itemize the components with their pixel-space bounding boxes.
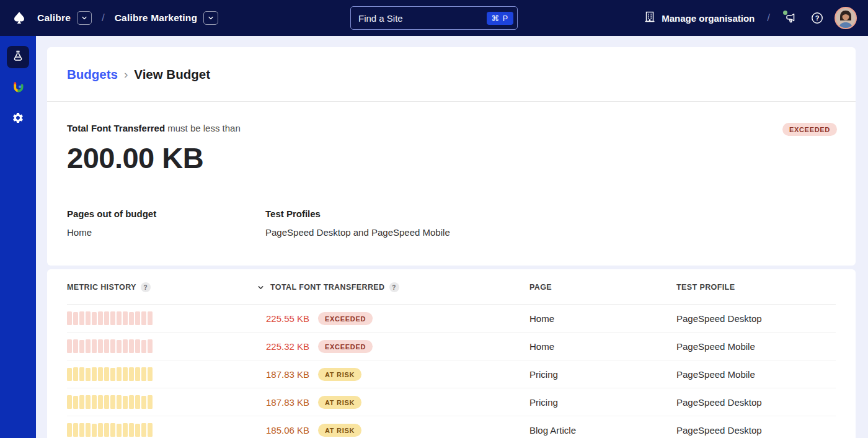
sparkline-bar bbox=[117, 367, 122, 381]
manage-organisation-button[interactable]: Manage organisation bbox=[644, 11, 755, 25]
sparkline-bar bbox=[129, 367, 134, 381]
sparkline-bar bbox=[129, 312, 134, 325]
page-cell: Home bbox=[529, 313, 676, 324]
budget-condition: Total Font Transferred must be less than bbox=[67, 123, 836, 133]
sidebar-item-tests[interactable] bbox=[7, 46, 29, 68]
sparkline-bar bbox=[135, 395, 140, 409]
sparkline-bar bbox=[141, 423, 146, 437]
metric-history-cell bbox=[67, 311, 257, 325]
row-metric-value: 187.83 KB bbox=[266, 369, 311, 380]
user-avatar[interactable] bbox=[835, 7, 857, 29]
row-status-badge: AT RISK bbox=[318, 424, 361, 437]
row-status-badge: AT RISK bbox=[318, 396, 361, 409]
sparkline-bar bbox=[79, 423, 84, 437]
manage-organisation-label: Manage organisation bbox=[662, 13, 755, 24]
sparkline-bar bbox=[79, 395, 84, 409]
page-cell: Pricing bbox=[529, 369, 676, 380]
sparkline-bar bbox=[86, 368, 91, 381]
page-cell: Blog Article bbox=[529, 425, 676, 436]
pages-out-value: Home bbox=[67, 227, 265, 238]
notification-dot bbox=[783, 11, 787, 15]
sparkline-bar bbox=[98, 311, 103, 325]
metric-history-cell bbox=[67, 367, 257, 381]
table-row[interactable]: 185.06 KB AT RISK Blog Article PageSpeed… bbox=[67, 416, 836, 438]
budget-condition-text: must be less than bbox=[165, 123, 241, 133]
metric-history-sparkline bbox=[67, 311, 154, 325]
metric-value-cell: 185.06 KB AT RISK bbox=[257, 424, 529, 437]
sparkline-bar bbox=[98, 395, 103, 409]
sparkline-bar bbox=[148, 367, 153, 381]
calibre-logo-spade-icon[interactable] bbox=[11, 10, 27, 26]
org-switcher-chevron[interactable] bbox=[77, 11, 92, 25]
announcements-button[interactable] bbox=[782, 9, 800, 27]
site-switcher-chevron[interactable] bbox=[203, 11, 218, 25]
pages-out-label: Pages out of budget bbox=[67, 208, 265, 219]
sparkline-bar bbox=[79, 367, 84, 381]
sparkline-bar bbox=[67, 339, 72, 353]
sparkline-bar bbox=[135, 367, 140, 381]
metric-history-sparkline bbox=[67, 339, 154, 353]
metric-history-sparkline bbox=[67, 423, 154, 437]
budget-meta: Pages out of budget Home Test Profiles P… bbox=[67, 208, 836, 238]
table-row[interactable]: 187.83 KB AT RISK Pricing PageSpeed Mobi… bbox=[67, 360, 836, 388]
table-row[interactable]: 225.55 KB EXCEEDED Home PageSpeed Deskto… bbox=[67, 305, 836, 333]
metric-value-cell: 187.83 KB AT RISK bbox=[257, 396, 529, 409]
metric-value-cell: 225.55 KB EXCEEDED bbox=[257, 312, 529, 325]
sparkline-bar bbox=[117, 340, 122, 353]
sidebar-item-settings[interactable] bbox=[7, 108, 29, 130]
sparkline-bar bbox=[104, 395, 109, 409]
sparkline-bar bbox=[141, 340, 146, 353]
sparkline-bar bbox=[123, 311, 128, 325]
table-row[interactable]: 187.83 KB AT RISK Pricing PageSpeed Desk… bbox=[67, 388, 836, 416]
sparkline-bar bbox=[92, 424, 97, 437]
row-metric-value: 225.32 KB bbox=[266, 341, 311, 352]
sparkline-bar bbox=[92, 367, 97, 381]
sparkline-bar bbox=[148, 339, 153, 353]
search-placeholder: Find a Site bbox=[358, 13, 487, 24]
sparkline-bar bbox=[98, 423, 103, 437]
col-header-total-font-transferred[interactable]: TOTAL FONT TRANSFERRED ? bbox=[257, 282, 529, 292]
sparkline-bar bbox=[67, 395, 72, 409]
metric-history-help-icon[interactable]: ? bbox=[141, 282, 151, 292]
sparkline-bar bbox=[86, 423, 91, 437]
sparkline-bar bbox=[92, 395, 97, 409]
col-header-page: PAGE bbox=[529, 283, 676, 292]
row-status-badge: EXCEEDED bbox=[318, 340, 373, 353]
sparkline-bar bbox=[129, 339, 134, 353]
sparkline-bar bbox=[148, 311, 153, 325]
metric-history-sparkline bbox=[67, 367, 154, 381]
sparkline-bar bbox=[123, 339, 128, 353]
test-profile-cell: PageSpeed Mobile bbox=[676, 341, 836, 352]
search-shortcut-badge: ⌘ P bbox=[487, 12, 513, 25]
table-row[interactable]: 225.32 KB EXCEEDED Home PageSpeed Mobile bbox=[67, 333, 836, 360]
sparkline-bar bbox=[67, 311, 72, 325]
sidebar-item-chrome-ux[interactable] bbox=[7, 77, 29, 99]
budget-threshold-value: 200.00 KB bbox=[67, 141, 836, 175]
help-icon[interactable]: ? bbox=[808, 9, 826, 27]
sort-descending-icon[interactable] bbox=[257, 284, 265, 292]
sparkline-bar bbox=[73, 423, 78, 437]
sparkline-bar bbox=[117, 395, 122, 409]
sparkline-bar bbox=[117, 311, 122, 325]
metric-history-table: METRIC HISTORY ? TOTAL FONT TRANSFERRED … bbox=[47, 269, 856, 438]
sparkline-bar bbox=[73, 312, 78, 325]
pages-out-of-budget: Pages out of budget Home bbox=[67, 208, 265, 238]
site-search[interactable]: Find a Site ⌘ P bbox=[350, 6, 518, 30]
metric-help-icon[interactable]: ? bbox=[389, 282, 399, 292]
sparkline-bar bbox=[92, 312, 97, 325]
flask-icon bbox=[12, 50, 24, 65]
breadcrumb-budgets-link[interactable]: Budgets bbox=[67, 67, 118, 82]
sparkline-bar bbox=[141, 367, 146, 381]
budget-card: Budgets › View Budget Total Font Transfe… bbox=[47, 47, 856, 266]
test-profiles-label: Test Profiles bbox=[265, 208, 836, 219]
sparkline-bar bbox=[98, 367, 103, 381]
sparkline-bar bbox=[110, 339, 115, 353]
test-profile-cell: PageSpeed Desktop bbox=[676, 313, 836, 324]
site-name[interactable]: Calibre Marketing bbox=[115, 12, 197, 24]
row-metric-value: 225.55 KB bbox=[266, 313, 311, 324]
sparkline-bar bbox=[110, 311, 115, 325]
col-header-test-profile: TEST PROFILE bbox=[676, 283, 836, 292]
metric-history-header-label: METRIC HISTORY bbox=[67, 283, 136, 292]
org-name[interactable]: Calibre bbox=[37, 12, 71, 24]
page-cell: Pricing bbox=[529, 397, 676, 408]
